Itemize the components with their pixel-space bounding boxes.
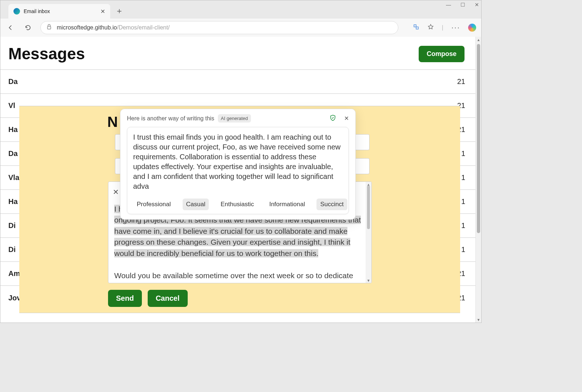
back-button[interactable] xyxy=(5,23,16,33)
tone-selector: Professional Casual Enthusiastic Informa… xyxy=(133,196,343,210)
ai-suggestion-text: I trust this email finds you in good hea… xyxy=(133,132,343,191)
scroll-thumb[interactable] xyxy=(367,185,370,229)
ai-popup-title: Here is another way of writing this xyxy=(127,115,214,122)
toolbar-right: | ··· xyxy=(413,23,477,32)
url-text: microsoftedge.github.io/Demos/email-clie… xyxy=(57,24,170,31)
copilot-icon[interactable] xyxy=(468,24,476,32)
refresh-button[interactable] xyxy=(23,23,33,33)
browser-tab[interactable]: Email inbox ✕ xyxy=(8,4,110,19)
svg-rect-0 xyxy=(48,27,51,29)
ai-popup-header: Here is another way of writing this AI g… xyxy=(127,114,349,123)
tone-enthusiastic[interactable]: Enthusiastic xyxy=(217,199,258,210)
date: 21 xyxy=(411,77,465,86)
close-icon[interactable]: ✕ xyxy=(344,115,349,122)
more-menu-button[interactable]: ··· xyxy=(451,23,460,32)
tone-succinct[interactable]: Succinct xyxy=(316,199,347,210)
window-maximize-button[interactable]: ☐ xyxy=(461,2,465,8)
ai-suggestion-card[interactable]: I trust this email finds you in good hea… xyxy=(127,127,349,214)
collections-icon[interactable] xyxy=(413,24,419,32)
tab-title: Email inbox xyxy=(24,8,100,14)
message-row[interactable]: Da 21 xyxy=(0,70,475,94)
page-title: Messages xyxy=(8,45,85,63)
svg-rect-1 xyxy=(414,25,416,27)
svg-rect-2 xyxy=(416,27,418,29)
compose-actions: Send Cancel xyxy=(108,290,188,307)
shield-icon[interactable] xyxy=(330,115,336,123)
page: Messages Compose Da 21 Vl 21 Ha 21 xyxy=(0,37,475,323)
viewport: ▲ ▼ Messages Compose Da 21 Vl 21 xyxy=(0,37,481,323)
scroll-thumb[interactable] xyxy=(477,44,480,233)
window-minimize-button[interactable]: — xyxy=(446,2,451,8)
window-close-button[interactable]: ✕ xyxy=(475,2,479,8)
page-scrollbar[interactable]: ▲ ▼ xyxy=(475,37,481,323)
url-input[interactable]: microsoftedge.github.io/Demos/email-clie… xyxy=(40,21,398,34)
tone-casual[interactable]: Casual xyxy=(183,199,209,210)
cmdbar-close-button[interactable]: ✕ xyxy=(113,188,119,196)
scroll-down-icon[interactable]: ▼ xyxy=(476,317,481,323)
editor-text-rest: Would you be available sometime over the… xyxy=(114,271,353,283)
edge-favicon-icon xyxy=(13,8,20,15)
scroll-down-icon[interactable]: ▼ xyxy=(366,278,371,283)
tone-professional[interactable]: Professional xyxy=(133,199,175,210)
ai-rewrite-popup: Here is another way of writing this AI g… xyxy=(120,109,356,220)
scroll-up-icon[interactable]: ▲ xyxy=(476,37,481,43)
address-bar: microsoftedge.github.io/Demos/email-clie… xyxy=(0,19,481,37)
site-lock-icon xyxy=(46,24,52,32)
compose-heading: N xyxy=(107,114,118,130)
page-header: Messages Compose xyxy=(0,37,475,69)
window-controls: — ☐ ✕ xyxy=(446,2,479,8)
tone-informational[interactable]: Informational xyxy=(266,199,308,210)
cancel-button[interactable]: Cancel xyxy=(148,290,188,307)
browser-window: — ☐ ✕ Email inbox ✕ ＋ microsoftedge.gith… xyxy=(0,0,482,323)
new-tab-button[interactable]: ＋ xyxy=(115,5,123,16)
titlebar: Email inbox ✕ ＋ xyxy=(0,0,481,19)
editor-scrollbar[interactable]: ▲ ▼ xyxy=(366,182,371,283)
favorite-star-icon[interactable] xyxy=(427,24,434,32)
compose-button[interactable]: Compose xyxy=(419,46,465,62)
send-button[interactable]: Send xyxy=(108,290,142,307)
toolbar-separator: | xyxy=(442,24,443,31)
ai-generated-badge: AI generated xyxy=(218,114,251,123)
sender: Da xyxy=(8,77,88,86)
tab-close-button[interactable]: ✕ xyxy=(100,8,105,15)
